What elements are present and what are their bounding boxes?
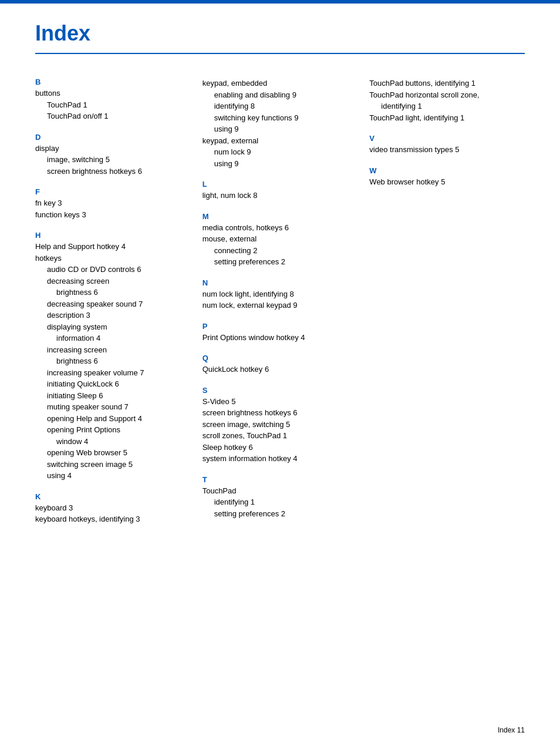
page-title: Index — [35, 21, 525, 48]
index-entry: connecting 2 — [203, 245, 358, 257]
index-entry: fn key 3 — [35, 197, 191, 209]
index-entry: keyboard hotkeys, identifying 3 — [35, 513, 191, 525]
index-columns: BbuttonsTouchPad 1TouchPad on/off 1Ddisp… — [35, 78, 525, 525]
letter-heading-n: N — [203, 278, 358, 287]
page-footer: Index 11 — [498, 726, 525, 734]
index-entry: brightness 6 — [35, 287, 191, 298]
index-entry: num lock 9 — [203, 146, 358, 158]
index-entry: enabling and disabling 9 — [203, 89, 358, 101]
letter-heading-q: Q — [203, 354, 358, 362]
index-entry: Print Options window hotkey 4 — [203, 332, 358, 344]
letter-heading-t: T — [203, 475, 358, 484]
index-entry: description 3 — [35, 310, 191, 321]
column-2: keypad, embeddedenabling and disabling 9… — [203, 78, 370, 519]
index-entry: TouchPad light, identifying 1 — [369, 112, 525, 124]
index-entry: opening Web browser 5 — [35, 447, 191, 459]
index-entry: TouchPad on/off 1 — [35, 110, 191, 122]
index-entry: audio CD or DVD controls 6 — [35, 264, 191, 275]
index-entry: brightness 6 — [35, 355, 191, 367]
index-entry: buttons — [35, 88, 191, 99]
index-entry: num lock light, identifying 8 — [203, 288, 358, 300]
index-entry: decreasing speaker sound 7 — [35, 298, 191, 310]
index-entry: using 9 — [203, 158, 358, 170]
index-entry: displaying system — [35, 321, 191, 333]
index-entry: light, num lock 8 — [203, 190, 358, 201]
letter-heading-d: D — [35, 133, 191, 142]
index-entry: Web browser hotkey 5 — [369, 176, 525, 188]
index-entry: system information hotkey 4 — [203, 453, 358, 465]
index-entry: muting speaker sound 7 — [35, 401, 191, 413]
letter-heading-m: M — [203, 212, 358, 221]
index-entry: setting preferences 2 — [203, 256, 358, 268]
column-3: TouchPad buttons, identifying 1TouchPad … — [369, 78, 525, 187]
index-entry: media controls, hotkeys 6 — [203, 222, 358, 234]
index-entry: identifying 1 — [203, 496, 358, 508]
letter-heading-l: L — [203, 180, 358, 189]
index-entry: using 9 — [203, 123, 358, 135]
letter-heading-k: K — [35, 492, 191, 501]
letter-heading-p: P — [203, 322, 358, 331]
index-entry: using 4 — [35, 470, 191, 482]
page-container: Index BbuttonsTouchPad 1TouchPad on/off … — [0, 4, 560, 560]
letter-heading-h: H — [35, 231, 191, 240]
index-entry: image, switching 5 — [35, 154, 191, 166]
index-entry: Help and Support hotkey 4 — [35, 241, 191, 253]
index-entry: switching key functions 9 — [203, 112, 358, 124]
index-entry: screen image, switching 5 — [203, 419, 358, 431]
index-entry: mouse, external — [203, 233, 358, 245]
index-entry: identifying 1 — [369, 100, 525, 112]
letter-heading-w: W — [369, 166, 525, 175]
index-entry: TouchPad horizontal scroll zone, — [369, 89, 525, 101]
index-entry: setting preferences 2 — [203, 508, 358, 520]
index-entry: information 4 — [35, 332, 191, 344]
index-entry: TouchPad 1 — [35, 99, 191, 111]
index-entry: keypad, external — [203, 135, 358, 147]
index-entry: increasing screen — [35, 344, 191, 356]
index-entry: video transmission types 5 — [369, 144, 525, 156]
index-entry: initiating Sleep 6 — [35, 390, 191, 402]
index-entry: S-Video 5 — [203, 396, 358, 408]
index-entry: increasing speaker volume 7 — [35, 367, 191, 379]
title-underline — [35, 53, 525, 54]
letter-heading-v: V — [369, 134, 525, 143]
index-entry: switching screen image 5 — [35, 459, 191, 471]
index-entry: QuickLock hotkey 6 — [203, 364, 358, 375]
index-entry: opening Print Options — [35, 424, 191, 436]
index-entry: TouchPad buttons, identifying 1 — [369, 78, 525, 89]
index-entry: function keys 3 — [35, 209, 191, 221]
letter-heading-b: B — [35, 78, 191, 86]
index-entry: opening Help and Support 4 — [35, 413, 191, 425]
index-entry: keypad, embedded — [203, 78, 358, 89]
index-entry: scroll zones, TouchPad 1 — [203, 430, 358, 442]
index-entry: decreasing screen — [35, 275, 191, 287]
index-entry: screen brightness hotkeys 6 — [203, 407, 358, 419]
index-entry: TouchPad — [203, 485, 358, 497]
letter-heading-s: S — [203, 386, 358, 395]
index-entry: screen brightness hotkeys 6 — [35, 166, 191, 177]
index-entry: identifying 8 — [203, 100, 358, 112]
index-entry: num lock, external keypad 9 — [203, 300, 358, 311]
index-entry: Sleep hotkey 6 — [203, 442, 358, 453]
index-entry: display — [35, 143, 191, 154]
index-entry: keyboard 3 — [35, 502, 191, 514]
column-1: BbuttonsTouchPad 1TouchPad on/off 1Ddisp… — [35, 78, 203, 525]
index-entry: hotkeys — [35, 253, 191, 264]
letter-heading-f: F — [35, 187, 191, 196]
index-entry: initiating QuickLock 6 — [35, 378, 191, 390]
index-entry: window 4 — [35, 436, 191, 448]
